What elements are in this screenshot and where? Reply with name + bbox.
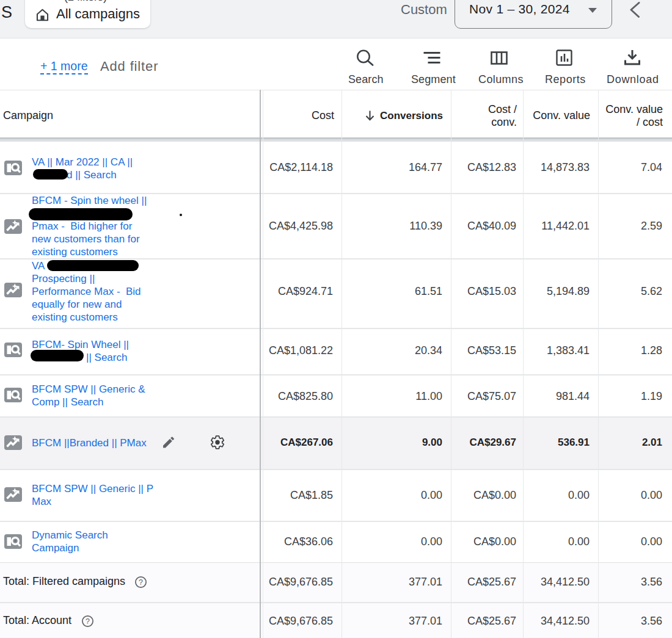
svg-text:?: ? <box>139 578 143 587</box>
svg-text:?: ? <box>86 617 90 626</box>
